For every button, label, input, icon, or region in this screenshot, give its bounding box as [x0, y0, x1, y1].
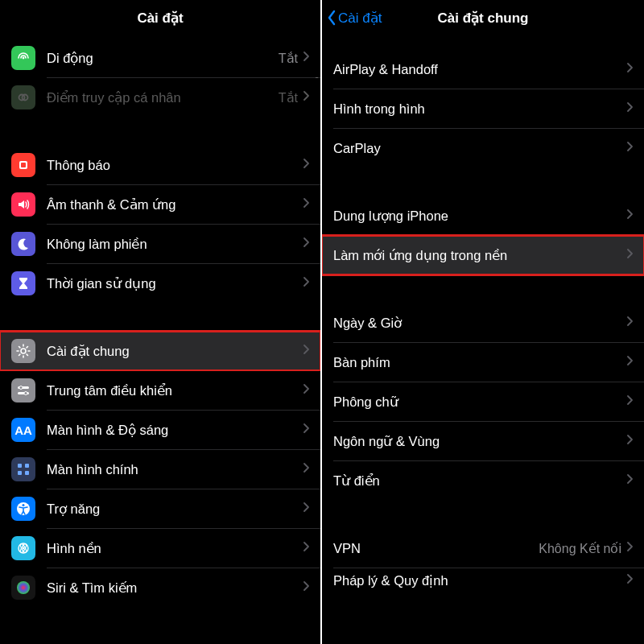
section-gap — [0, 117, 320, 146]
header: Cài đặt Cài đặt chung — [322, 0, 644, 35]
svg-rect-11 — [25, 464, 29, 468]
settings-row-trung-t-m-i-u-khi-n[interactable]: Trung tâm điều khiển — [0, 371, 320, 410]
general-row-dung-l-ng-iphone[interactable]: Dung lượng iPhone — [322, 196, 644, 235]
chevron-right-icon — [303, 580, 309, 595]
home-icon — [11, 457, 35, 481]
general-row-vpn[interactable]: VPNKhông Kết nối — [322, 529, 644, 568]
chevron-right-icon — [303, 237, 309, 251]
chevron-right-icon — [303, 344, 309, 358]
row-label: Di động — [47, 51, 279, 66]
hotspot-icon — [11, 85, 35, 109]
chevron-right-icon — [303, 158, 309, 172]
general-row-b-n-ph-m[interactable]: Bàn phím — [322, 343, 644, 382]
chevron-right-icon — [303, 423, 309, 437]
row-label: Từ điển — [333, 473, 626, 489]
chevron-right-icon — [303, 51, 309, 65]
row-label: Hình trong hình — [333, 101, 626, 117]
chevron-left-icon — [327, 10, 336, 26]
chevron-right-icon — [626, 141, 633, 155]
row-value: Không Kết nối — [539, 541, 621, 556]
back-label: Cài đặt — [338, 10, 382, 27]
settings-row-tr-n-ng[interactable]: Trợ năng — [0, 489, 320, 528]
settings-row-th-ng-b-o[interactable]: Thông báo — [0, 146, 320, 184]
row-label: VPN — [333, 541, 539, 556]
row-value: Tắt — [279, 51, 298, 66]
row-label: Trợ năng — [47, 502, 303, 517]
svg-point-15 — [23, 504, 25, 506]
back-button[interactable]: Cài đặt — [327, 0, 382, 35]
svg-rect-12 — [18, 471, 22, 475]
row-label: Phông chữ — [333, 394, 626, 410]
svg-point-8 — [19, 386, 23, 390]
chevron-right-icon — [303, 383, 309, 398]
row-label: Làm mới ứng dụng trong nền — [333, 248, 626, 263]
settings-list: Di độngTắtĐiểm truy cập cá nhânTắtThông … — [0, 39, 320, 607]
row-label: Cài đặt chung — [47, 344, 303, 359]
row-label: Màn hình & Độ sáng — [47, 423, 303, 438]
settings-row-m-n-h-nh-s-ng[interactable]: AAMàn hình & Độ sáng — [0, 411, 320, 449]
settings-row-h-nh-n-n[interactable]: Hình nền — [0, 529, 320, 568]
svg-point-9 — [24, 392, 27, 395]
settings-row-c-i-t-chung[interactable]: Cài đặt chung — [0, 332, 320, 370]
chevron-right-icon — [626, 101, 633, 116]
gear-icon — [11, 339, 35, 363]
row-label: Pháp lý & Quy định — [333, 573, 626, 588]
cellular-icon — [11, 46, 35, 70]
general-list: AirPlay & HandoffHình trong hìnhCarPlayD… — [322, 50, 644, 592]
chevron-right-icon — [626, 248, 633, 262]
chevron-right-icon — [626, 208, 633, 223]
svg-rect-4 — [21, 163, 26, 167]
section-gap — [322, 167, 644, 196]
page-title: Cài đặt — [137, 10, 183, 27]
general-row-carplay[interactable]: CarPlay — [322, 129, 644, 167]
settings-row--i-m-truy-c-p-c-nh-n[interactable]: Điểm truy cập cá nhânTắt — [0, 78, 320, 117]
general-settings-pane: Cài đặt Cài đặt chung AirPlay & HandoffH… — [322, 0, 644, 644]
siri-icon — [11, 576, 35, 600]
moon-icon — [11, 232, 35, 256]
settings-row--m-thanh-c-m-ng[interactable]: Âm thanh & Cảm ứng — [0, 185, 320, 224]
row-label: Điểm truy cập cá nhân — [47, 90, 279, 105]
chevron-right-icon — [626, 62, 633, 76]
display-icon: AA — [11, 418, 35, 442]
settings-row-siri-t-m-ki-m[interactable]: Siri & Tìm kiếm — [0, 568, 320, 607]
settings-root-pane: Cài đặt Di độngTắtĐiểm truy cập cá nhânT… — [0, 0, 322, 644]
settings-row-th-i-gian-s-d-ng[interactable]: Thời gian sử dụng — [0, 264, 320, 303]
row-label: Ngày & Giờ — [333, 316, 626, 331]
row-label: CarPlay — [333, 141, 626, 156]
row-label: Siri & Tìm kiếm — [47, 580, 303, 596]
row-label: Thông báo — [47, 158, 303, 173]
row-label: Dung lượng iPhone — [333, 208, 626, 224]
chevron-right-icon — [303, 462, 309, 477]
header: Cài đặt — [0, 0, 320, 35]
speaker-icon — [11, 192, 35, 217]
row-label: Âm thanh & Cảm ứng — [47, 197, 303, 213]
svg-rect-13 — [25, 471, 29, 475]
switches-icon — [11, 378, 35, 402]
chevron-right-icon — [303, 197, 309, 212]
general-row-ph-p-l-quy-nh[interactable]: Pháp lý & Quy định — [322, 568, 644, 592]
general-row-h-nh-trong-h-nh[interactable]: Hình trong hình — [322, 89, 644, 128]
row-label: Trung tâm điều khiển — [47, 383, 303, 398]
chevron-right-icon — [303, 90, 309, 105]
svg-point-0 — [23, 57, 25, 60]
svg-rect-10 — [18, 464, 22, 468]
chevron-right-icon — [303, 541, 309, 555]
general-row-airplay-handoff[interactable]: AirPlay & Handoff — [322, 50, 644, 89]
settings-row-di-ng[interactable]: Di độngTắt — [0, 39, 320, 77]
chevron-right-icon — [626, 573, 633, 588]
section-gap — [322, 500, 644, 529]
svg-point-19 — [23, 547, 25, 550]
general-row-ph-ng-ch-[interactable]: Phông chữ — [322, 382, 644, 421]
general-row-l-m-m-i-ng-d-ng-trong-n-n[interactable]: Làm mới ứng dụng trong nền — [322, 236, 644, 275]
settings-row-m-n-h-nh-ch-nh[interactable]: Màn hình chính — [0, 450, 320, 489]
chevron-right-icon — [303, 502, 309, 516]
page-title: Cài đặt chung — [438, 10, 529, 27]
settings-row-kh-ng-l-m-phi-n[interactable]: Không làm phiền — [0, 225, 320, 263]
row-label: AirPlay & Handoff — [333, 62, 626, 77]
general-row-ng-y-gi-[interactable]: Ngày & Giờ — [322, 303, 644, 342]
accessibility-icon — [11, 497, 35, 521]
row-label: Bàn phím — [333, 355, 626, 370]
general-row-t-i-n[interactable]: Từ điển — [322, 461, 644, 500]
general-row-ng-n-ng-v-ng[interactable]: Ngôn ngữ & Vùng — [322, 422, 644, 460]
row-label: Thời gian sử dụng — [47, 276, 303, 291]
